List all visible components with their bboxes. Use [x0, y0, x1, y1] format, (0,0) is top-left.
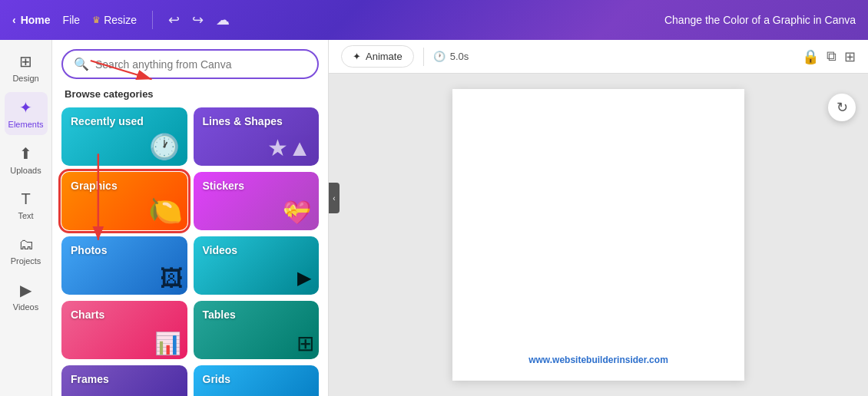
topbar-left: ‹ Home File ♛ Resize ↩ ↪ ☁ [12, 11, 230, 29]
sidebar-item-elements[interactable]: ✦ Elements [5, 92, 48, 135]
video-icon: ▶ [20, 281, 31, 299]
canvas-wrapper: www.websitebuilderinsider.com [329, 74, 868, 396]
charts-deco: 📊 [154, 331, 181, 356]
undo-button[interactable]: ↩ [168, 12, 180, 28]
time-value: 5.0s [450, 51, 469, 62]
chevron-left-icon: ‹ [12, 14, 16, 26]
resize-menu[interactable]: ♛ Resize [92, 14, 137, 26]
uploads-icon: ⬆ [19, 144, 32, 163]
refresh-icon: ↻ [837, 99, 848, 116]
projects-icon: 🗂 [18, 236, 34, 253]
sidebar-label-design: Design [12, 74, 38, 83]
videos-deco: ▶ [297, 267, 311, 289]
file-menu[interactable]: File [63, 14, 81, 26]
sidebar-label-projects: Projects [11, 256, 41, 266]
topbar: ‹ Home File ♛ Resize ↩ ↪ ☁ Change the Co… [0, 0, 868, 40]
category-graphics[interactable]: Graphics 🍋 [61, 172, 187, 230]
category-videos[interactable]: Videos ▶ [194, 236, 320, 295]
watermark: www.websitebuilderinsider.com [528, 355, 668, 365]
category-lines-shapes[interactable]: Lines & Shapes ★▲ [194, 107, 320, 166]
sidebar-label-elements: Elements [8, 120, 44, 129]
elements-icon: ✦ [19, 98, 32, 117]
canvas-document[interactable]: www.websitebuilderinsider.com [452, 89, 744, 381]
graphics-deco: 🍋 [148, 195, 183, 227]
category-grids[interactable]: Grids ⊞ [194, 365, 320, 396]
design-icon: ⊞ [19, 52, 32, 71]
cloud-icon: ☁ [216, 12, 230, 28]
canvas-area: ✦ Animate 🕐 5.0s 🔒 ⧉ ⊞ www.websitebuilde… [329, 40, 868, 396]
clock-icon: 🕐 [433, 51, 446, 62]
search-icon: 🔍 [74, 57, 89, 71]
toolbar-divider [423, 48, 424, 66]
sidebar-item-projects[interactable]: 🗂 Projects [5, 229, 48, 272]
category-frames[interactable]: Frames ▣ [61, 365, 187, 396]
elements-panel: 🔍 Browse categories Recently used 🕐 Line… [52, 40, 329, 396]
copy-icon[interactable]: ⧉ [827, 48, 837, 65]
sidebar-label-uploads: Uploads [10, 166, 41, 175]
categories-grid: Recently used 🕐 Lines & Shapes ★▲ Graphi… [52, 107, 328, 396]
category-label-stickers: Stickers [203, 180, 244, 192]
secondary-toolbar: ✦ Animate 🕐 5.0s 🔒 ⧉ ⊞ [329, 40, 868, 74]
sidebar: ⊞ Design ✦ Elements ⬆ Uploads T Text 🗂 P… [0, 40, 52, 396]
category-label-lines-shapes: Lines & Shapes [203, 115, 283, 127]
category-label-recently-used: Recently used [71, 115, 144, 127]
category-label-videos: Videos [203, 244, 238, 256]
category-photos[interactable]: Photos 🖼 [61, 236, 187, 295]
collapse-handle[interactable]: ‹ [329, 183, 340, 213]
lock-icon[interactable]: 🔒 [802, 48, 819, 65]
photos-deco: 🖼 [160, 266, 183, 292]
search-bar: 🔍 [61, 49, 319, 79]
sidebar-item-design[interactable]: ⊞ Design [5, 46, 48, 89]
sidebar-label-videos: Videos [13, 302, 38, 312]
home-button[interactable]: ‹ Home [12, 14, 51, 26]
crown-icon: ♛ [92, 15, 101, 25]
home-label: Home [21, 14, 51, 26]
text-icon: T [21, 190, 30, 208]
browse-title: Browse categories [52, 85, 328, 107]
category-label-tables: Tables [203, 309, 236, 321]
refresh-button[interactable]: ↻ [828, 94, 856, 121]
collapse-arrow-icon: ‹ [333, 194, 335, 203]
category-recently-used[interactable]: Recently used 🕐 [61, 107, 187, 166]
recently-used-deco: 🕐 [149, 132, 180, 161]
category-label-graphics: Graphics [71, 180, 118, 192]
main-content: ⊞ Design ✦ Elements ⬆ Uploads T Text 🗂 P… [0, 40, 868, 396]
page-title: Change the Color of a Graphic in Canva [664, 14, 856, 26]
time-indicator: 🕐 5.0s [433, 51, 469, 62]
tables-deco: ⊞ [297, 331, 314, 356]
resize-label: Resize [104, 14, 137, 26]
toolbar-right-icons: 🔒 ⧉ ⊞ [802, 48, 856, 65]
lines-shapes-deco: ★▲ [267, 134, 311, 161]
sidebar-item-videos[interactable]: ▶ Videos [5, 275, 48, 318]
category-tables[interactable]: Tables ⊞ [194, 301, 320, 359]
animate-button[interactable]: ✦ Animate [341, 45, 414, 68]
search-input[interactable] [95, 58, 306, 71]
stickers-deco: 💝 [283, 199, 311, 226]
category-charts[interactable]: Charts 📊 [61, 301, 187, 359]
category-label-photos: Photos [71, 244, 107, 256]
sidebar-label-text: Text [18, 211, 33, 220]
sidebar-item-text[interactable]: T Text [5, 184, 48, 226]
category-stickers[interactable]: Stickers 💝 [194, 172, 320, 230]
sidebar-item-uploads[interactable]: ⬆ Uploads [5, 138, 48, 181]
category-label-frames: Frames [71, 373, 109, 385]
category-label-charts: Charts [71, 309, 104, 321]
animate-icon: ✦ [353, 51, 361, 62]
expand-icon[interactable]: ⊞ [844, 48, 856, 65]
animate-label: Animate [366, 51, 403, 62]
category-label-grids: Grids [203, 373, 231, 385]
topbar-divider [152, 11, 153, 29]
redo-button[interactable]: ↪ [192, 12, 204, 28]
